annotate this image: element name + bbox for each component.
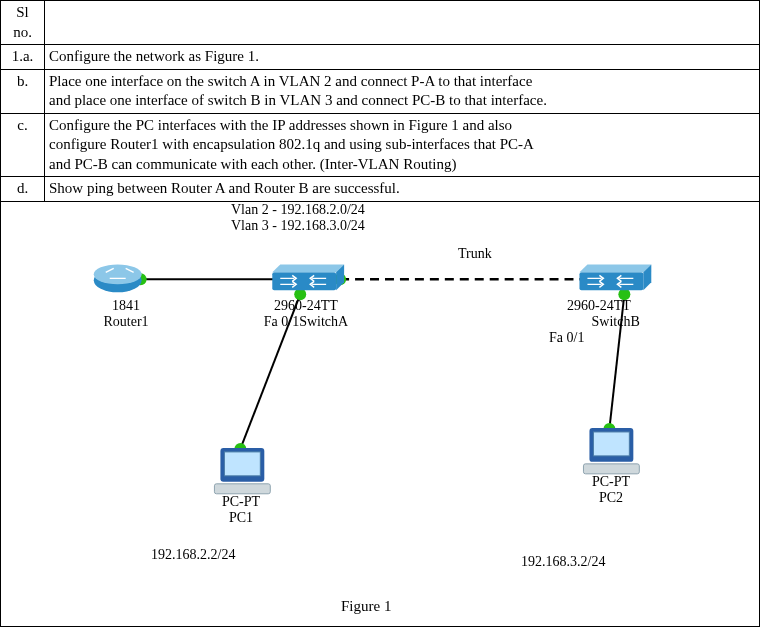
svg-marker-18 — [579, 264, 651, 272]
topology-svg — [1, 202, 759, 626]
switch-a-icon — [272, 264, 344, 290]
pc2-icon — [583, 427, 639, 473]
svg-line-3 — [609, 294, 624, 429]
page: Slno. 1.a. Configure the network as Figu… — [0, 0, 764, 640]
row-1a-text: Configure the network as Figure 1. — [45, 45, 760, 70]
svg-marker-16 — [336, 264, 344, 290]
header-sl-line1: Sl — [16, 4, 29, 20]
pc1-ip: 192.168.2.2/24 — [151, 547, 235, 563]
svg-rect-17 — [579, 272, 643, 290]
switch-a-model: 2960-24TT — [274, 298, 338, 313]
row-c-text: Configure the PC interfaces with the IP … — [45, 113, 760, 177]
svg-marker-15 — [272, 264, 344, 272]
svg-rect-24 — [589, 427, 633, 461]
diagram-cell: Vlan 2 - 192.168.2.0/24 Vlan 3 - 192.168… — [1, 201, 760, 626]
svg-rect-14 — [272, 272, 336, 290]
row-d-text: Show ping between Router A and Router B … — [45, 177, 760, 202]
pc2-label: PC-PT PC2 — [571, 474, 651, 506]
svg-rect-25 — [593, 431, 629, 455]
row-d: d. Show ping between Router A and Router… — [1, 177, 760, 202]
svg-rect-22 — [224, 451, 260, 475]
switch-b-icon — [579, 264, 651, 290]
trunk-label: Trunk — [458, 246, 492, 262]
router-label: 1841 Router1 — [86, 298, 166, 330]
pc1-type: PC-PT — [222, 494, 260, 509]
question-table: Slno. 1.a. Configure the network as Figu… — [0, 0, 760, 627]
pc1-label: PC-PT PC1 — [201, 494, 281, 526]
svg-point-5 — [274, 273, 286, 285]
switch-b-model: 2960-24TT — [567, 298, 631, 313]
svg-point-9 — [234, 442, 246, 454]
svg-point-10 — [618, 288, 630, 300]
svg-point-11 — [603, 422, 615, 434]
svg-point-12 — [94, 268, 142, 292]
figure-caption: Figure 1 — [341, 597, 391, 617]
router-icon — [94, 264, 142, 292]
svg-point-7 — [583, 273, 595, 285]
row-b-sl: b. — [1, 69, 45, 113]
network-diagram: Vlan 2 - 192.168.2.0/24 Vlan 3 - 192.168… — [1, 202, 759, 626]
header-body — [45, 1, 760, 45]
pc2-type: PC-PT — [592, 474, 630, 489]
svg-line-2 — [240, 294, 300, 449]
svg-rect-21 — [220, 447, 264, 481]
router-name: Router1 — [103, 314, 148, 329]
header-sl: Slno. — [1, 1, 45, 45]
row-1a: 1.a. Configure the network as Figure 1. — [1, 45, 760, 70]
svg-marker-19 — [643, 264, 651, 290]
switch-b-port: Fa 0/1 — [549, 330, 584, 346]
svg-point-13 — [94, 264, 142, 284]
svg-rect-20 — [214, 483, 270, 493]
header-sl-line2: no. — [13, 24, 32, 40]
svg-point-4 — [135, 273, 147, 285]
switch-a-label: 2960-24TT Fa 0/1SwitchA — [241, 298, 371, 330]
switch-b-label: 2960-24TT SwitchB — [567, 298, 697, 330]
switch-a-port: Fa 0/1 — [264, 314, 299, 329]
diagram-row: Vlan 2 - 192.168.2.0/24 Vlan 3 - 192.168… — [1, 201, 760, 626]
switch-b-name: SwitchB — [592, 314, 640, 329]
row-1a-sl: 1.a. — [1, 45, 45, 70]
row-b-text: Place one interface on the switch A in V… — [45, 69, 760, 113]
row-c: c. Configure the PC interfaces with the … — [1, 113, 760, 177]
row-c-sl: c. — [1, 113, 45, 177]
pc2-name: PC2 — [599, 490, 623, 505]
switch-a-name: SwitchA — [299, 314, 348, 329]
vlan3-label: Vlan 3 - 192.168.3.0/24 — [231, 218, 365, 234]
pc1-name: PC1 — [229, 510, 253, 525]
row-d-sl: d. — [1, 177, 45, 202]
svg-point-6 — [334, 273, 346, 285]
vlan2-label: Vlan 2 - 192.168.2.0/24 — [231, 202, 365, 218]
pc1-icon — [214, 447, 270, 493]
row-b: b. Place one interface on the switch A i… — [1, 69, 760, 113]
svg-rect-23 — [583, 463, 639, 473]
svg-point-8 — [294, 288, 306, 300]
router-model: 1841 — [112, 298, 140, 313]
header-row: Slno. — [1, 1, 760, 45]
pc2-ip: 192.168.3.2/24 — [521, 554, 605, 570]
